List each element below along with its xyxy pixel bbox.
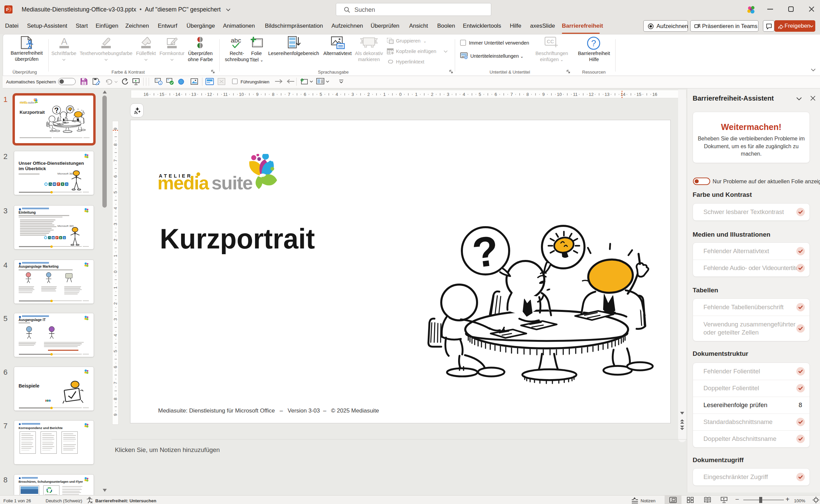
svg-text:9: 9 [113,128,118,130]
svg-text:14: 14 [621,92,625,97]
svg-text:14: 14 [175,92,180,97]
svg-text:7: 7 [113,159,118,162]
svg-text:12: 12 [207,92,212,97]
svg-text:1: 1 [383,92,386,97]
svg-text:0: 0 [399,92,401,97]
svg-text:16: 16 [652,92,657,97]
svg-text:1: 1 [113,255,118,257]
svg-text:9: 9 [542,92,545,97]
svg-text:15: 15 [159,92,164,97]
svg-text:5: 5 [320,92,322,97]
svg-text:4: 4 [463,92,465,97]
svg-text:11: 11 [573,92,578,97]
svg-text:7: 7 [511,92,513,97]
svg-text:7: 7 [113,382,118,384]
svg-text:9: 9 [113,414,118,416]
svg-text:5: 5 [479,92,481,97]
svg-text:10: 10 [239,92,244,97]
svg-text:5: 5 [113,191,118,193]
svg-text:2: 2 [113,239,118,241]
svg-text:6: 6 [113,175,118,178]
svg-text:7: 7 [288,92,290,97]
svg-text:3: 3 [351,92,354,97]
svg-text:2: 2 [113,302,118,304]
svg-text:13: 13 [191,92,196,97]
svg-text:13: 13 [605,92,610,97]
svg-text:15: 15 [637,92,641,97]
svg-text:6: 6 [495,92,497,97]
svg-text:11: 11 [223,92,228,97]
svg-text:9: 9 [256,92,258,97]
svg-text:12: 12 [589,92,593,97]
svg-text:3: 3 [447,92,449,97]
svg-text:0: 0 [113,270,118,273]
svg-text:2: 2 [367,92,370,97]
svg-text:3: 3 [113,223,118,225]
svg-text:4: 4 [113,334,118,337]
svg-text:8: 8 [113,143,118,146]
svg-text:6: 6 [113,366,118,368]
svg-text:8: 8 [113,398,118,400]
svg-text:8: 8 [272,92,274,97]
svg-text:5: 5 [113,350,118,352]
svg-text:4: 4 [113,207,118,209]
svg-text:10: 10 [557,92,562,97]
svg-text:3: 3 [113,318,118,321]
svg-text:6: 6 [304,92,306,97]
svg-text:1: 1 [415,92,417,97]
svg-text:1: 1 [113,286,118,289]
svg-text:16: 16 [144,92,148,97]
svg-text:8: 8 [526,92,529,97]
svg-text:2: 2 [431,92,433,97]
svg-text:4: 4 [336,92,338,97]
